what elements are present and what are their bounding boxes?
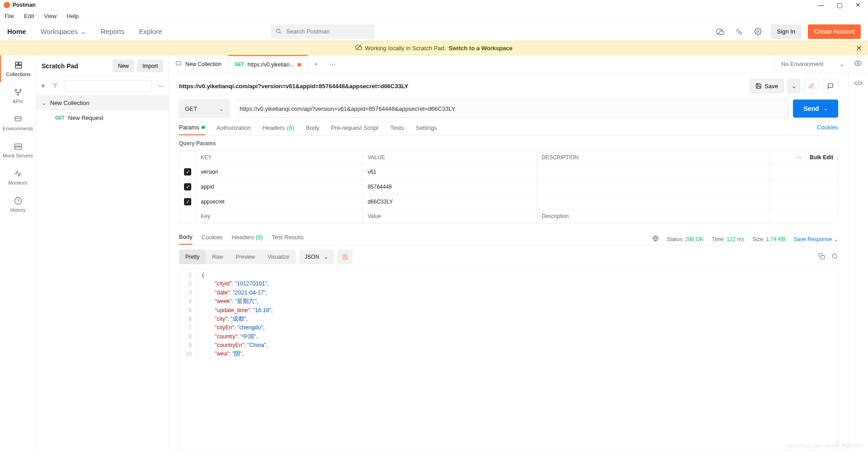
menu-file[interactable]: File: [5, 13, 14, 19]
add-icon[interactable]: +: [41, 81, 46, 91]
close-window-icon[interactable]: ✕: [855, 1, 861, 9]
satellite-icon[interactable]: [733, 25, 745, 38]
nav-explore[interactable]: Explore: [139, 28, 162, 35]
filter-input[interactable]: [65, 80, 152, 92]
more-icon[interactable]: ⋯: [796, 154, 802, 161]
window-title: Postman: [13, 2, 36, 8]
postman-logo-icon: [4, 2, 10, 8]
param-row[interactable]: ✓ appid 85764448: [179, 180, 838, 195]
param-value-placeholder[interactable]: Value: [363, 209, 537, 223]
param-row[interactable]: ✓ version v61: [179, 165, 838, 180]
cloud-sync-icon[interactable]: [714, 25, 726, 38]
resp-tab-headers[interactable]: Headers (9): [232, 234, 263, 244]
svg-point-20: [857, 62, 859, 64]
rail-mock-servers[interactable]: Mock Servers: [0, 137, 36, 164]
nav-reports[interactable]: Reports: [101, 28, 125, 35]
response-body[interactable]: 1{2"cityid": "101270101",3"date": "2021-…: [179, 268, 838, 451]
svg-point-3: [738, 31, 740, 33]
bulk-edit-link[interactable]: Bulk Edit: [810, 154, 833, 161]
svg-rect-14: [14, 144, 21, 146]
param-desc[interactable]: [537, 180, 770, 195]
rail-collections[interactable]: Collections: [0, 55, 36, 82]
save-button[interactable]: Save: [750, 79, 784, 93]
new-button[interactable]: New: [113, 60, 134, 72]
resp-tab-tests[interactable]: Test Results: [272, 234, 304, 244]
checkbox-icon[interactable]: ✓: [184, 198, 191, 205]
rail-environments[interactable]: Environments: [0, 109, 36, 137]
more-icon[interactable]: ⋯: [158, 83, 164, 90]
tab-tests[interactable]: Tests: [390, 124, 404, 135]
param-desc[interactable]: [537, 165, 770, 180]
th-value: VALUE: [363, 151, 537, 165]
banner-close-icon[interactable]: ✕: [856, 44, 862, 52]
rail-history[interactable]: History: [0, 191, 36, 218]
code-icon[interactable]: </>: [854, 80, 863, 451]
add-tab-button[interactable]: +: [308, 55, 324, 73]
rail-apis[interactable]: APIs: [0, 82, 36, 109]
maximize-icon[interactable]: ▢: [837, 1, 843, 9]
param-key[interactable]: appsecret: [196, 195, 363, 209]
minimize-icon[interactable]: —: [818, 1, 824, 9]
settings-gear-icon[interactable]: [752, 25, 764, 38]
nav-workspaces[interactable]: Workspaces ⌄: [41, 28, 86, 36]
param-key[interactable]: appid: [196, 180, 363, 195]
collection-row[interactable]: ⌄ New Collection: [36, 95, 169, 110]
rail-monitors[interactable]: Monitors: [0, 164, 36, 191]
view-preview[interactable]: Preview: [229, 250, 261, 264]
menu-edit[interactable]: Edit: [24, 13, 34, 19]
send-button[interactable]: Send ⌄: [793, 100, 838, 118]
tab-params[interactable]: Params: [179, 124, 205, 135]
environment-dropdown[interactable]: No Environment ⌄: [774, 55, 844, 73]
wrap-lines-icon[interactable]: [337, 250, 353, 264]
comment-icon[interactable]: [823, 79, 838, 93]
url-input[interactable]: [234, 100, 788, 118]
format-dropdown[interactable]: JSON⌄: [299, 250, 334, 264]
tab-request[interactable]: GET https://v0.yiketian...: [228, 55, 308, 73]
param-key[interactable]: version: [196, 165, 363, 180]
tab-body[interactable]: Body: [306, 124, 320, 135]
menu-help[interactable]: Help: [66, 13, 79, 19]
copy-icon[interactable]: [818, 253, 825, 261]
banner-link[interactable]: Switch to a Workspace: [448, 45, 512, 52]
param-value[interactable]: v61: [363, 165, 537, 180]
chevron-down-icon: ⌄: [824, 106, 828, 112]
tab-authorization[interactable]: Authorization: [217, 124, 251, 135]
tab-prerequest[interactable]: Pre-request Script: [331, 124, 378, 135]
resp-tab-cookies[interactable]: Cookies: [202, 234, 223, 244]
tab-settings[interactable]: Settings: [415, 124, 437, 135]
view-pretty[interactable]: Pretty: [179, 250, 206, 264]
view-visualize[interactable]: Visualize: [261, 250, 296, 264]
save-response-link[interactable]: Save Response ⌄: [793, 236, 838, 242]
param-value[interactable]: d66C33LY: [363, 195, 537, 209]
search-icon[interactable]: [831, 253, 838, 261]
request-row[interactable]: GET New Request: [36, 110, 169, 125]
param-key-placeholder[interactable]: Key: [196, 209, 363, 223]
method-dropdown[interactable]: GET ⌄: [179, 100, 230, 118]
cookies-link[interactable]: Cookies: [817, 124, 838, 135]
tab-collection[interactable]: New Collection: [169, 55, 228, 73]
filter-icon[interactable]: [52, 82, 58, 90]
scratch-pad-banner: Working locally in Scratch Pad. Switch t…: [0, 41, 868, 55]
sign-in-button[interactable]: Sign In: [771, 24, 802, 39]
resp-tab-body[interactable]: Body: [179, 233, 193, 245]
view-segment: Pretty Raw Preview Visualize: [179, 250, 296, 264]
title-bar: Postman — ▢ ✕: [0, 0, 868, 10]
search-input[interactable]: [271, 24, 375, 39]
param-desc[interactable]: [537, 195, 770, 209]
param-desc-placeholder[interactable]: Description: [537, 209, 770, 223]
param-row[interactable]: ✓ appsecret d66C33LY: [179, 195, 838, 209]
globe-icon[interactable]: [652, 235, 659, 243]
eye-icon[interactable]: [854, 60, 862, 68]
view-raw[interactable]: Raw: [206, 250, 229, 264]
create-account-button[interactable]: Create Account: [808, 24, 861, 39]
edit-icon[interactable]: [804, 79, 819, 93]
tab-overflow-icon[interactable]: ⋯: [324, 55, 340, 73]
import-button[interactable]: Import: [137, 60, 163, 72]
nav-home[interactable]: Home: [7, 28, 26, 35]
checkbox-icon[interactable]: ✓: [184, 168, 191, 176]
param-value[interactable]: 85764448: [363, 180, 537, 195]
save-caret[interactable]: ⌄: [788, 79, 800, 93]
checkbox-icon[interactable]: ✓: [184, 183, 191, 190]
menu-view[interactable]: View: [44, 13, 57, 19]
tab-headers[interactable]: Headers (6): [263, 124, 294, 135]
